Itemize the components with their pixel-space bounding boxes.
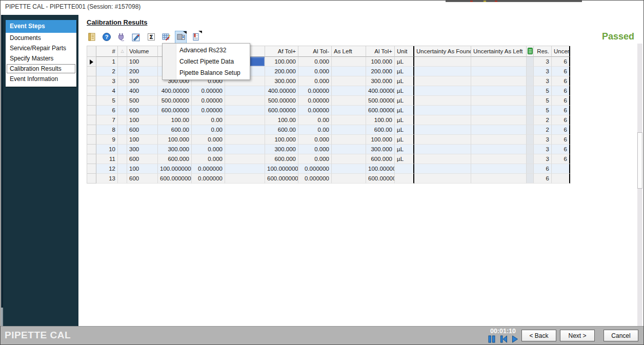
- grid-cell-marker[interactable]: [87, 106, 96, 115]
- sidebar-item-specify-masters[interactable]: Specify Masters: [6, 53, 76, 64]
- grid-cell-alp[interactable]: 600.00: [366, 125, 395, 135]
- grid-cell-c1[interactable]: 600.000000: [158, 174, 192, 184]
- grid-cell-alp[interactable]: 600.000000: [366, 174, 395, 184]
- grid-cell-uncf[interactable]: [414, 67, 471, 76]
- grid-cell-icon[interactable]: [527, 96, 534, 106]
- grid-cell-marker[interactable]: [87, 135, 96, 145]
- grid-cell-num[interactable]: 8: [96, 125, 118, 135]
- grid-cell-res[interactable]: 5: [534, 106, 552, 115]
- grid-cell-alp[interactable]: 300.000: [366, 145, 395, 154]
- grid-cell-marker[interactable]: [87, 174, 96, 184]
- grid-cell-asleft[interactable]: [332, 115, 366, 125]
- grid-cell-uncl[interactable]: [471, 145, 527, 154]
- grid-cell-afp[interactable]: 300.000: [265, 145, 298, 154]
- grid-cell-uncf[interactable]: [414, 125, 471, 135]
- grid-header-marker[interactable]: [87, 46, 96, 57]
- grid-cell-icon[interactable]: [527, 76, 534, 86]
- grid-cell-marker[interactable]: [87, 125, 96, 135]
- grid-cell-icon[interactable]: [527, 135, 534, 145]
- grid-cell-asleft[interactable]: [332, 135, 366, 145]
- grid-cell-res[interactable]: 5: [534, 86, 552, 96]
- grid-cell-asleft[interactable]: [332, 76, 366, 86]
- grid-cell-num[interactable]: 5: [96, 96, 118, 106]
- grid-cell-volume[interactable]: 100: [127, 135, 158, 145]
- grid-cell-c1[interactable]: 100.00: [158, 115, 192, 125]
- grid-cell-c2[interactable]: 0.000: [192, 154, 225, 164]
- grid-cell-c1[interactable]: 100.000: [158, 135, 192, 145]
- grid-cell-c1[interactable]: 600.00: [158, 125, 192, 135]
- grid-cell-unit[interactable]: [395, 164, 414, 174]
- grid-cell-c2[interactable]: 0.000: [192, 135, 225, 145]
- window-titlebar[interactable]: PIPETTE CAL - PIPETTE001 (Session: #1570…: [1, 1, 643, 13]
- grid-cell-c2[interactable]: 0.000: [192, 145, 225, 154]
- grid-cell-unit[interactable]: µL: [395, 154, 414, 164]
- grid-cell-marker[interactable]: [87, 57, 96, 67]
- grid-cell-icon[interactable]: [527, 164, 534, 174]
- grid-cell-c1[interactable]: 100.000000: [158, 164, 192, 174]
- grid-cell-icon[interactable]: [527, 67, 534, 76]
- grid-cell-alm[interactable]: 0.000: [298, 57, 332, 67]
- grid-cell-c3[interactable]: [225, 145, 265, 154]
- grid-cell-unit[interactable]: µL: [395, 76, 414, 86]
- grid-cell-marker[interactable]: [87, 115, 96, 125]
- grid-cell-afp[interactable]: 200.000: [265, 67, 298, 76]
- grid-cell-c1[interactable]: 400.00000: [158, 86, 192, 96]
- grid-cell-res[interactable]: 3: [534, 154, 552, 164]
- report-button[interactable]: [190, 31, 202, 44]
- grid-cell-afp[interactable]: 400.00000: [265, 86, 298, 96]
- grid-cell-num[interactable]: 2: [96, 67, 118, 76]
- grid-cell-asleft[interactable]: [332, 174, 366, 184]
- grid-cell-c3[interactable]: [225, 115, 265, 125]
- grid-cell-sort[interactable]: [118, 135, 127, 145]
- grid-cell-icon[interactable]: [527, 154, 534, 164]
- grid-cell-res[interactable]: 2: [534, 115, 552, 125]
- grid-cell-uncl[interactable]: [471, 154, 527, 164]
- grid-cell-unc[interactable]: 6: [552, 154, 570, 164]
- grid-cell-icon[interactable]: [527, 106, 534, 115]
- grid-cell-icon[interactable]: [527, 145, 534, 154]
- grid-cell-num[interactable]: 1: [96, 57, 118, 67]
- grid-cell-num[interactable]: 10: [96, 145, 118, 154]
- grid-cell-marker[interactable]: [87, 96, 96, 106]
- grid-cell-num[interactable]: 6: [96, 106, 118, 115]
- grid-cell-uncf[interactable]: [414, 57, 471, 67]
- grid-cell-alp[interactable]: 600.00000: [366, 106, 395, 115]
- grid-header-alp[interactable]: Al Tol+: [366, 46, 395, 57]
- grid-cell-unit[interactable]: µL: [395, 96, 414, 106]
- grid-cell-uncf[interactable]: [414, 115, 471, 125]
- grid-cell-volume[interactable]: 300: [127, 76, 158, 86]
- grid-cell-c3[interactable]: [225, 135, 265, 145]
- grid-cell-afp[interactable]: 600.00: [265, 125, 298, 135]
- grid-cell-sort[interactable]: [118, 125, 127, 135]
- grid-cell-c1[interactable]: 300.000: [158, 145, 192, 154]
- grid-cell-afp[interactable]: 600.000000: [265, 174, 298, 184]
- connect-device-button[interactable]: [115, 31, 127, 44]
- grid-cell-uncl[interactable]: [471, 96, 527, 106]
- grid-cell-volume[interactable]: 100: [127, 57, 158, 67]
- grid-cell-volume[interactable]: 200: [127, 67, 158, 76]
- grid-cell-alp[interactable]: 300.000: [366, 76, 395, 86]
- grid-cell-c3[interactable]: [225, 154, 265, 164]
- grid-cell-sort[interactable]: [118, 67, 127, 76]
- grid-header-unit[interactable]: Unit: [395, 46, 414, 57]
- grid-header-num[interactable]: #: [96, 46, 118, 57]
- grid-cell-sort[interactable]: [118, 164, 127, 174]
- scrollbar-thumb[interactable]: [637, 132, 642, 189]
- grid-cell-asleft[interactable]: [332, 57, 366, 67]
- grid-header-volume[interactable]: Volume: [127, 46, 158, 57]
- grid-cell-res[interactable]: 3: [534, 135, 552, 145]
- grid-cell-alm[interactable]: 0.000: [298, 145, 332, 154]
- grid-cell-alp[interactable]: 200.000: [366, 67, 395, 76]
- grid-cell-unc[interactable]: [552, 174, 570, 184]
- grid-header-uncl[interactable]: Uncertainty As Left: [471, 46, 527, 57]
- grid-cell-uncl[interactable]: [471, 164, 527, 174]
- grid-cell-asleft[interactable]: [332, 164, 366, 174]
- grid-cell-sort[interactable]: [118, 76, 127, 86]
- grid-cell-marker[interactable]: [87, 76, 96, 86]
- grid-cell-uncf[interactable]: [414, 135, 471, 145]
- grid-cell-c2[interactable]: 0.00: [192, 115, 225, 125]
- grid-cell-res[interactable]: 6: [534, 164, 552, 174]
- grid-cell-unc[interactable]: 6: [552, 145, 570, 154]
- grid-cell-alm[interactable]: 0.000: [298, 154, 332, 164]
- grid-cell-res[interactable]: 3: [534, 145, 552, 154]
